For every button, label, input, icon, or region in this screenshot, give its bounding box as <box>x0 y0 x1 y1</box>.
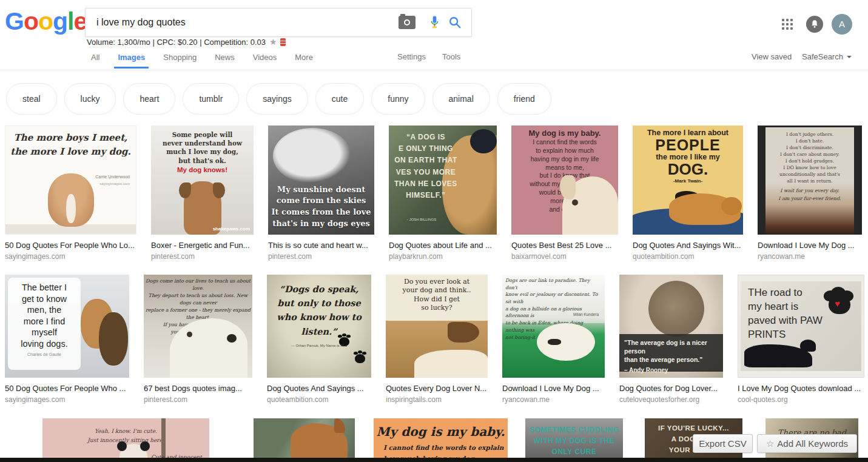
tab-all[interactable]: All <box>91 52 99 63</box>
chip-tumblr[interactable]: tumblr <box>183 83 239 115</box>
chip-funny[interactable]: funny <box>371 83 425 115</box>
image-result[interactable]: I don't judge others. I don't hate. I do… <box>758 126 862 261</box>
image-result[interactable]: “A DOG IS E ONLY THING ON EARTH THAT VES… <box>389 126 497 261</box>
dog-silhouette <box>744 344 812 367</box>
result-title[interactable]: 50 Dog Quotes For People Who Lo... <box>5 241 136 250</box>
bottom-dark-strip <box>0 458 868 462</box>
notifications-bell-icon[interactable] <box>806 16 823 33</box>
quote-line: The more I learn about <box>633 129 743 137</box>
star-icon[interactable]: ★ <box>269 37 277 47</box>
result-thumbnail[interactable]: The more I learn about PEOPLE the more I… <box>633 126 743 235</box>
result-title[interactable]: 50 Dog Quotes For People Who ... <box>5 384 129 393</box>
result-domain: cutelovequotesforher.org <box>619 395 723 404</box>
result-title[interactable]: Dog Quotes And Sayings Wit... <box>633 241 743 250</box>
result-domain: inspiringtails.com <box>386 395 488 404</box>
settings-menu[interactable]: Settings <box>397 52 426 61</box>
result-thumbnail[interactable]: Dogs come into our lives to teach us abo… <box>144 275 252 378</box>
chip-lucky[interactable]: lucky <box>64 83 116 115</box>
image-result[interactable]: My sunshine doesnt come from the skies I… <box>268 126 374 261</box>
tab-videos[interactable]: Videos <box>253 52 277 63</box>
result-title[interactable]: Dog Quotes And Sayings ... <box>267 384 371 393</box>
result-thumbnail[interactable]: Do you ever look at your dog and think..… <box>386 275 488 378</box>
image-result[interactable]: Some people will never understand how mu… <box>151 126 254 261</box>
result-title[interactable]: Dog Quotes about Life and ... <box>389 241 497 250</box>
result-thumbnail[interactable]: I don't judge others. I don't hate. I do… <box>758 126 862 235</box>
result-title[interactable]: Boxer - Energetic and Fun... <box>151 241 254 250</box>
result-domain: quoteambition.com <box>267 395 371 404</box>
result-title[interactable]: Quotes Every Dog Lover N... <box>386 384 488 393</box>
image-result[interactable]: Yeah, I know. I'm cute. Just innocently … <box>42 418 209 462</box>
result-thumbnail[interactable]: THe road to my heart is paved with PAW P… <box>738 275 864 378</box>
search-input[interactable] <box>95 9 377 36</box>
tab-shopping[interactable]: Shopping <box>163 52 197 63</box>
safesearch-dropdown[interactable]: SafeSearch <box>802 52 852 61</box>
result-title[interactable]: Download I Love My Dog ... <box>758 241 862 250</box>
result-title[interactable]: Dog Quotes for Dog Lover... <box>619 384 723 393</box>
result-title[interactable]: I Love My Dog Quotes download ... <box>738 384 864 393</box>
quote-credit: Milan Kundera <box>573 312 599 316</box>
result-thumbnail[interactable]: My dog is my baby. I cannot find the wor… <box>511 126 618 235</box>
result-thumbnail[interactable]: "The average dog is a nicer person than … <box>619 275 723 378</box>
add-all-keywords-button[interactable]: ☆Add All Keywords <box>757 434 857 453</box>
quote-text: Do you ever look at your dog and think..… <box>386 275 488 312</box>
result-thumbnail[interactable]: “A DOG IS E ONLY THING ON EARTH THAT VES… <box>389 126 497 235</box>
result-title[interactable]: Download I Love My Dog ... <box>502 384 605 393</box>
chip-friend[interactable]: friend <box>497 83 551 115</box>
quote-credit: Carrie Underwood <box>95 175 130 179</box>
watermark: shakepaws.com <box>213 226 250 232</box>
quote-text: “Dogs do speak, but only to those who kn… <box>267 275 371 338</box>
tools-menu[interactable]: Tools <box>442 52 460 61</box>
image-result[interactable]: THe road to my heart is paved with PAW P… <box>738 275 864 404</box>
chip-sayings[interactable]: sayings <box>246 83 308 115</box>
result-thumbnail[interactable]: The better I get to know men, the more I… <box>5 275 129 378</box>
result-title[interactable]: This is so cute and heart w... <box>268 241 374 250</box>
image-result[interactable]: Do you ever look at your dog and think..… <box>386 275 488 404</box>
account-avatar[interactable]: A <box>832 14 852 35</box>
chip-steal[interactable]: steal <box>6 83 57 115</box>
result-thumbnail[interactable]: The more boys I meet, the more I love my… <box>5 126 136 235</box>
result-domain: quoteambition.com <box>633 252 743 261</box>
image-result[interactable]: "The average dog is a nicer person than … <box>619 275 723 404</box>
keywords-everywhere-icon[interactable] <box>280 38 286 46</box>
image-result[interactable]: Dogs come into our lives to teach us abo… <box>144 275 252 404</box>
chip-heart[interactable]: heart <box>123 83 175 115</box>
logo-letter: o <box>38 7 53 35</box>
framed-photo: THe road to my heart is paved with PAW P… <box>741 281 861 371</box>
result-title[interactable]: 67 best Dogs quotes imag... <box>144 384 252 393</box>
chip-cute[interactable]: cute <box>315 83 364 115</box>
view-saved-link[interactable]: View saved <box>752 52 792 61</box>
image-result[interactable]: The more boys I meet, the more I love my… <box>5 126 136 261</box>
image-result[interactable]: My dog is my baby. I cannot find the wor… <box>374 418 508 462</box>
apps-grid-icon[interactable] <box>782 19 793 30</box>
google-logo[interactable]: Google <box>5 7 87 36</box>
image-result[interactable]: “Dogs do speak, but only to those who kn… <box>267 275 371 404</box>
paw-print-icon <box>355 354 365 363</box>
tab-images[interactable]: Images <box>118 52 145 63</box>
related-search-chips: steal lucky heart tumblr sayings cute fu… <box>6 83 551 115</box>
result-thumbnail[interactable]: Some people will never understand how mu… <box>151 126 254 235</box>
search-icon[interactable] <box>448 16 462 32</box>
image-result[interactable]: The better I get to know men, the more I… <box>5 275 129 404</box>
chip-animal[interactable]: animal <box>432 83 490 115</box>
tab-news[interactable]: News <box>215 52 235 63</box>
result-title[interactable]: Quotes Best Best 25 Love ... <box>511 241 618 250</box>
result-domain: baixarmovel.com <box>511 252 618 261</box>
quote-script-text: I wait for you every day. I am your fur-… <box>765 187 854 203</box>
result-domain: pinterest.com <box>144 395 252 404</box>
image-result[interactable] <box>254 418 355 462</box>
mic-icon[interactable] <box>429 15 440 32</box>
result-thumbnail[interactable]: Dogs are our link to paradise. They don'… <box>502 275 605 378</box>
tab-more[interactable]: More <box>295 52 313 63</box>
logo-letter: G <box>5 7 24 35</box>
result-thumbnail[interactable]: My sunshine doesnt come from the skies I… <box>268 126 374 235</box>
result-thumbnail[interactable]: “Dogs do speak, but only to those who kn… <box>267 275 371 378</box>
search-bar[interactable] <box>85 8 472 37</box>
image-result[interactable]: Dogs are our link to paradise. They don'… <box>502 275 605 404</box>
quote-highlight: My dog knows! <box>151 166 254 173</box>
image-result[interactable]: The more I learn about PEOPLE the more I… <box>633 126 743 261</box>
camera-icon[interactable] <box>399 16 415 29</box>
quote-text: Yeah, I know. I'm cute. Just innocently … <box>42 418 209 446</box>
export-csv-button[interactable]: Export CSV <box>693 434 753 453</box>
image-result[interactable]: My dog is my baby. I cannot find the wor… <box>511 126 618 261</box>
image-result[interactable]: SOMETIMES CUDDLING WITH MY DOG IS THE ON… <box>525 418 623 462</box>
